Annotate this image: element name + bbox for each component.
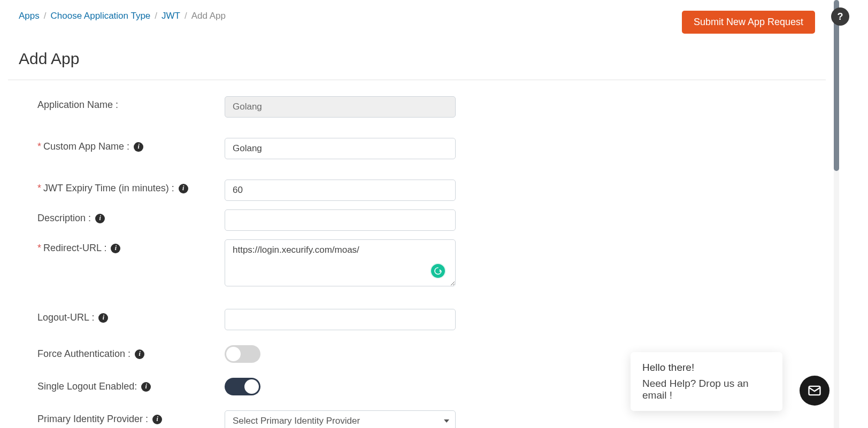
chat-greeting: Hello there! bbox=[642, 362, 771, 373]
primary-idp-label: Primary Identity Provider : i bbox=[37, 410, 225, 425]
breadcrumb-separator: / bbox=[44, 11, 47, 21]
info-icon[interactable]: i bbox=[135, 349, 144, 359]
app-name-label: Application Name : bbox=[37, 96, 225, 111]
info-icon[interactable]: i bbox=[98, 313, 108, 323]
info-icon[interactable]: i bbox=[152, 415, 162, 424]
breadcrumb-link-choose-type[interactable]: Choose Application Type bbox=[50, 11, 150, 21]
app-name-input bbox=[225, 96, 456, 118]
info-icon[interactable]: i bbox=[95, 214, 105, 223]
redirect-url-label: *Redirect-URL : i bbox=[37, 239, 225, 254]
breadcrumb-link-jwt[interactable]: JWT bbox=[162, 11, 180, 21]
help-icon[interactable]: ? bbox=[831, 7, 849, 26]
info-icon[interactable]: i bbox=[111, 244, 120, 253]
force-auth-label: Force Authentication : i bbox=[37, 345, 225, 360]
breadcrumb-link-apps[interactable]: Apps bbox=[19, 11, 40, 21]
custom-app-name-input[interactable] bbox=[225, 138, 456, 159]
info-icon[interactable]: i bbox=[134, 142, 143, 152]
info-icon[interactable]: i bbox=[179, 184, 188, 193]
description-label: Description : i bbox=[37, 209, 225, 224]
jwt-expiry-input[interactable] bbox=[225, 180, 456, 201]
description-input[interactable] bbox=[225, 209, 456, 231]
mail-icon bbox=[807, 383, 822, 398]
page-title: Add App bbox=[11, 34, 823, 80]
submit-new-app-button[interactable]: Submit New App Request bbox=[682, 11, 815, 34]
primary-idp-select[interactable]: Select Primary Identity Provider bbox=[225, 410, 456, 428]
jwt-expiry-label: *JWT Expiry Time (in minutes) : i bbox=[37, 180, 225, 194]
grammarly-icon[interactable] bbox=[430, 263, 446, 279]
breadcrumb: Apps / Choose Application Type / JWT / A… bbox=[19, 11, 226, 21]
breadcrumb-current: Add App bbox=[191, 11, 226, 21]
logout-url-label: Logout-URL : i bbox=[37, 309, 225, 323]
logout-url-input[interactable] bbox=[225, 309, 456, 330]
info-icon[interactable]: i bbox=[141, 382, 151, 392]
redirect-url-input[interactable] bbox=[225, 239, 456, 286]
scrollbar-thumb[interactable] bbox=[834, 0, 839, 171]
breadcrumb-separator: / bbox=[155, 11, 157, 21]
chat-help-text: Need Help? Drop us an email ! bbox=[642, 378, 771, 401]
force-auth-toggle[interactable] bbox=[225, 345, 260, 363]
single-logout-label: Single Logout Enabled: i bbox=[37, 378, 225, 392]
chat-button[interactable] bbox=[800, 376, 829, 406]
breadcrumb-separator: / bbox=[185, 11, 187, 21]
divider bbox=[8, 80, 826, 80]
chat-popup: Hello there! Need Help? Drop us an email… bbox=[631, 352, 782, 411]
custom-app-name-label: *Custom App Name : i bbox=[37, 138, 225, 152]
single-logout-toggle[interactable] bbox=[225, 378, 260, 395]
